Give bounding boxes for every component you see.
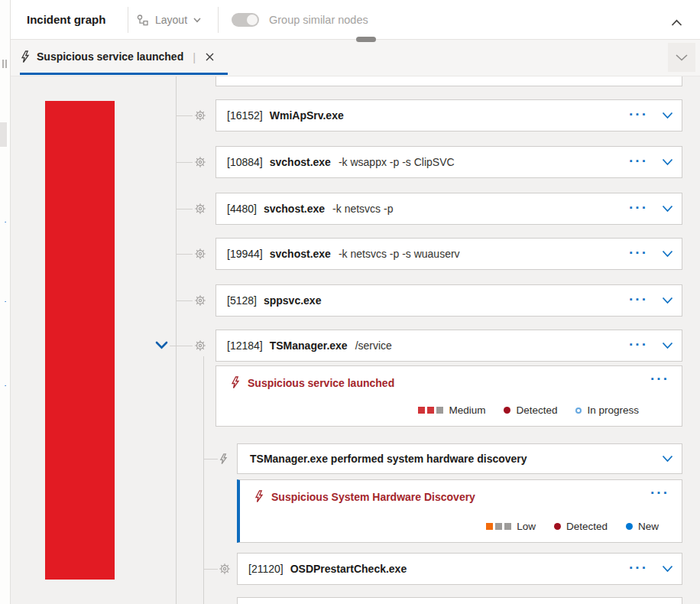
- more-actions-icon[interactable]: ···: [629, 245, 648, 260]
- cropped-left-edge: [0, 0, 11, 604]
- process-node-card[interactable]: [12184] TSManager.exe /service ···: [216, 330, 682, 362]
- page-title: Incident graph: [27, 0, 105, 40]
- connector-stub: [176, 300, 193, 301]
- process-args: -k netsvcs -p: [332, 203, 393, 215]
- process-node-card[interactable]: [4480] svchost.exe -k netsvcs -p ···: [216, 193, 682, 225]
- chevron-down-icon: [676, 54, 688, 61]
- process-pid: [5128]: [227, 294, 257, 307]
- process-name: sppsvc.exe: [264, 294, 322, 307]
- alert-title-text: Suspicious System Hardware Discovery: [271, 491, 475, 503]
- process-name: WmiApSrv.exe: [270, 109, 344, 122]
- severity-label: Low: [517, 521, 536, 532]
- process-args: -k wsappx -p -s ClipSVC: [339, 156, 455, 168]
- expand-node-chevron-icon[interactable]: [662, 112, 673, 119]
- expand-node-chevron-icon[interactable]: [662, 455, 673, 463]
- more-actions-icon[interactable]: ···: [629, 200, 648, 215]
- collapse-panel-button[interactable]: [671, 16, 682, 30]
- process-node-card[interactable]: [10884] svchost.exe -k wsappx -p -s Clip…: [216, 146, 682, 178]
- tab-divider: |: [193, 50, 196, 63]
- partial-node-card[interactable]: [237, 597, 682, 604]
- severity-square: [418, 407, 425, 414]
- severity-square: [495, 523, 502, 530]
- partial-node-card[interactable]: [216, 76, 682, 86]
- toolbar: Incident graph Layout Group similar node…: [0, 0, 700, 40]
- active-tab-underline: [20, 73, 228, 75]
- process-pid: [10884]: [227, 156, 263, 168]
- process-pid: [19944]: [227, 248, 263, 260]
- severity-label: Medium: [449, 404, 485, 416]
- connector-stub: [203, 569, 218, 570]
- process-node-card[interactable]: [5128] sppsvc.exe ···: [216, 284, 682, 317]
- severity-square: [427, 407, 434, 414]
- red-node-block[interactable]: [45, 101, 115, 580]
- in-progress-ring-icon: [575, 408, 582, 414]
- connector-stub: [170, 346, 193, 346]
- chevron-down-icon: [193, 18, 201, 23]
- expand-node-chevron-icon[interactable]: [662, 250, 673, 258]
- tab-label: Suspicious service launched: [37, 50, 183, 63]
- more-actions-icon[interactable]: ···: [629, 337, 648, 352]
- chevron-fragment-icon: [0, 380, 6, 386]
- expand-node-chevron-icon[interactable]: [662, 205, 673, 213]
- gear-icon: [194, 248, 206, 260]
- more-actions-icon[interactable]: ···: [629, 292, 648, 307]
- layout-button[interactable]: Layout: [136, 0, 201, 40]
- layout-label: Layout: [155, 14, 187, 26]
- alert-title: Suspicious service launched: [230, 376, 394, 389]
- gear-icon: [194, 156, 206, 168]
- toolbar-separator: [218, 7, 219, 33]
- detected-dot-icon: [554, 523, 561, 530]
- alert-card-hardware-discovery[interactable]: Suspicious System Hardware Discovery ···…: [237, 479, 682, 543]
- gear-icon: [194, 203, 206, 215]
- gear-icon: [219, 563, 231, 575]
- more-actions-icon[interactable]: ···: [629, 560, 648, 575]
- expand-node-chevron-icon[interactable]: [662, 565, 673, 573]
- gear-icon: [194, 339, 206, 352]
- alert-title-text: Suspicious service launched: [248, 377, 394, 389]
- process-node-card[interactable]: [19944] svchost.exe -k netsvcs -p -s wua…: [216, 238, 682, 270]
- process-name: svchost.exe: [270, 248, 331, 260]
- alert-title: Suspicious System Hardware Discovery: [254, 490, 475, 503]
- gear-icon: [194, 109, 206, 122]
- alert-card-suspicious-service[interactable]: Suspicious service launched ··· Medium D…: [216, 365, 682, 427]
- group-toggle-label: Group similar nodes: [269, 0, 368, 40]
- alert-status-row: Low Detected New: [486, 521, 659, 532]
- detected-dot-icon: [504, 407, 510, 414]
- alert-status-row: Medium Detected In progress: [418, 404, 639, 416]
- chevron-up-icon: [671, 19, 682, 27]
- process-node-card[interactable]: [21120] OSDPrestartCheck.exe ···: [237, 553, 682, 585]
- expand-tab-panel-button[interactable]: [668, 43, 695, 72]
- group-similar-nodes-toggle[interactable]: [232, 13, 259, 27]
- connector-stub: [176, 115, 193, 116]
- toolbar-separator: [128, 7, 128, 33]
- expand-node-chevron-icon[interactable]: [662, 297, 673, 304]
- behavior-node-card[interactable]: TSManager.exe performed system hardware …: [237, 443, 682, 474]
- status-label: New: [638, 521, 659, 532]
- tab-suspicious-service-launched[interactable]: Suspicious service launched |: [20, 40, 215, 73]
- collapse-subtree-chevron-icon[interactable]: [155, 341, 168, 349]
- more-actions-icon[interactable]: ···: [629, 154, 648, 168]
- process-node-card[interactable]: [16152] WmiApSrv.exe ···: [216, 99, 682, 132]
- behavior-title: TSManager.exe performed system hardware …: [250, 453, 527, 465]
- severity-square: [436, 407, 443, 414]
- more-actions-icon[interactable]: ···: [650, 485, 669, 502]
- pause-bars-icon: [2, 60, 7, 68]
- process-pid: [12184]: [227, 339, 263, 352]
- detection-label: Detected: [566, 521, 608, 532]
- status-label: In progress: [587, 404, 639, 416]
- chevron-fragment-icon: [0, 216, 6, 222]
- alert-bolt-icon: [20, 50, 30, 63]
- tree-child-trunk-line: [203, 356, 204, 604]
- expand-node-chevron-icon[interactable]: [662, 342, 673, 349]
- connector-stub: [203, 459, 218, 459]
- more-actions-icon[interactable]: ···: [650, 371, 669, 388]
- more-actions-icon[interactable]: ···: [629, 107, 648, 122]
- connector-stub: [176, 209, 193, 209]
- expand-node-chevron-icon[interactable]: [662, 158, 673, 166]
- severity-square: [504, 523, 511, 530]
- resize-drag-handle[interactable]: [356, 37, 376, 42]
- process-name: OSDPrestartCheck.exe: [290, 563, 407, 575]
- close-tab-icon[interactable]: [205, 52, 215, 62]
- process-args: /service: [355, 339, 392, 352]
- process-name: svchost.exe: [270, 156, 331, 168]
